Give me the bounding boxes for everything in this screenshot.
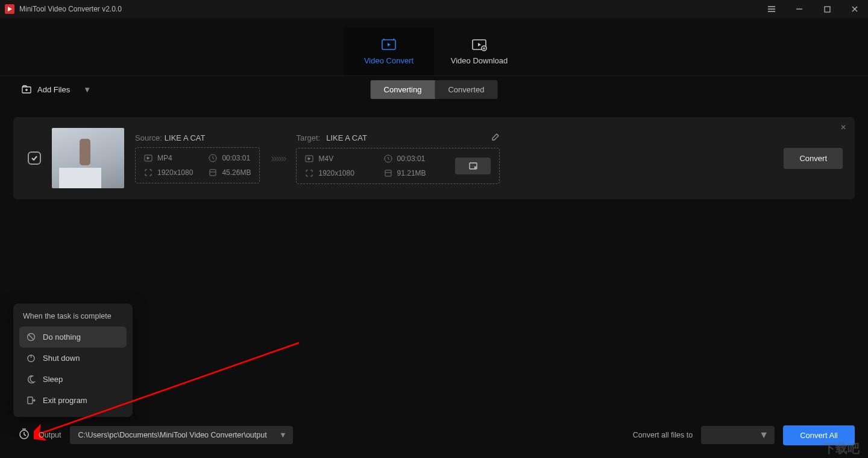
svg-rect-14 [28, 397, 33, 404]
tab-label: Video Download [451, 56, 508, 65]
target-label-row: Target:LIKE A CAT [296, 133, 499, 143]
arrow-icon: »»» [271, 152, 285, 165]
target-filename: LIKE A CAT [326, 133, 367, 142]
add-files-button[interactable]: Add Files ▼ [22, 85, 91, 94]
maximize-button[interactable] [819, 1, 835, 17]
titlebar: MiniTool Video Converter v2.0.0 [0, 0, 868, 18]
svg-rect-7 [210, 170, 216, 176]
edit-target-button[interactable] [491, 133, 500, 143]
segment-converted[interactable]: Converted [435, 80, 497, 99]
output-path-value: C:\Users\pc\Documents\MiniTool Video Con… [78, 431, 267, 439]
svg-rect-11 [385, 170, 391, 176]
target-info-box: M4V 00:03:01 1920x1080 91.21MB [296, 148, 499, 184]
tab-video-convert[interactable]: Video Convert [344, 27, 434, 75]
source-duration: 00:03:01 [209, 154, 251, 162]
status-segment: Converting Converted [371, 80, 498, 99]
hamburger-menu-icon[interactable] [763, 1, 780, 17]
tab-video-download[interactable]: Video Download [434, 27, 524, 75]
popup-title: When the task is complete [19, 312, 127, 326]
popup-item-sleep[interactable]: Sleep [19, 369, 127, 390]
target-format: M4V [305, 154, 368, 163]
chevron-down-icon: ▼ [759, 430, 769, 441]
output-label: Output [39, 431, 61, 439]
chevron-down-icon[interactable]: ▼ [83, 85, 91, 94]
target-size: 91.21MB [384, 169, 440, 177]
popup-item-exit-program[interactable]: Exit program [19, 390, 127, 411]
bottom-bar: Output C:\Users\pc\Documents\MiniTool Vi… [0, 422, 868, 448]
task-complete-popup: When the task is complete Do nothing Shu… [13, 304, 133, 417]
source-info-box: MP4 00:03:01 1920x1080 45.26MB [135, 147, 260, 183]
video-thumbnail[interactable] [52, 128, 124, 188]
popup-item-shut-down[interactable]: Shut down [19, 348, 127, 369]
target-resolution: 1920x1080 [305, 169, 368, 177]
source-label-row: Source:LIKE A CAT [135, 133, 260, 142]
close-button[interactable] [846, 1, 863, 17]
source-label: Source: [135, 133, 162, 142]
tab-label: Video Convert [364, 56, 414, 65]
window-title: MiniTool Video Converter v2.0.0 [19, 5, 122, 13]
svg-rect-0 [825, 7, 830, 12]
target-settings-button[interactable] [455, 157, 491, 174]
output-format-dropdown[interactable]: ▼ [701, 426, 775, 444]
file-checkbox[interactable] [28, 151, 41, 165]
popup-item-do-nothing[interactable]: Do nothing [19, 326, 127, 348]
convert-button[interactable]: Convert [784, 148, 843, 169]
remove-file-button[interactable]: ✕ [840, 123, 846, 132]
main-tabs: Video Convert Video Download [0, 18, 868, 76]
add-files-label: Add Files [37, 85, 70, 94]
minimize-button[interactable] [791, 1, 808, 17]
source-size: 45.26MB [209, 168, 251, 177]
convert-all-label: Convert all files to [633, 431, 693, 439]
file-card: ✕ Source:LIKE A CAT MP4 00:03:01 1920x10… [13, 117, 855, 199]
segment-converting[interactable]: Converting [371, 80, 435, 99]
output-path-dropdown[interactable]: C:\Users\pc\Documents\MiniTool Video Con… [70, 426, 293, 444]
source-format: MP4 [144, 154, 193, 162]
timer-icon[interactable] [18, 428, 30, 442]
source-filename: LIKE A CAT [165, 133, 206, 142]
target-duration: 00:03:01 [384, 154, 440, 163]
watermark: 下载吧 [823, 441, 860, 457]
toolbar: Add Files ▼ Converting Converted [0, 76, 868, 103]
app-logo [5, 4, 14, 14]
file-list: ✕ Source:LIKE A CAT MP4 00:03:01 1920x10… [0, 103, 868, 214]
source-resolution: 1920x1080 [144, 168, 193, 177]
target-label: Target: [296, 133, 320, 142]
chevron-down-icon: ▼ [279, 431, 286, 439]
